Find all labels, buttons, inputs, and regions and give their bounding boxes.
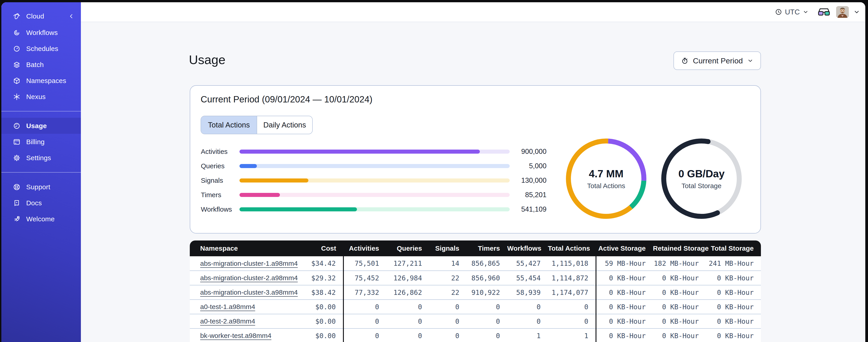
bar-track bbox=[240, 193, 510, 197]
bar-fill bbox=[240, 164, 257, 168]
bar-label: Workflows bbox=[201, 206, 240, 213]
total-actions-donut: 4.7 MM Total Actions bbox=[565, 138, 647, 219]
sidebar-collapse-chevron-left-icon[interactable] bbox=[67, 12, 75, 20]
table-row: abs-migration-cluster-3.a98mm4$38.4277,3… bbox=[190, 285, 761, 300]
cell: 0 KB-Hour bbox=[706, 271, 761, 285]
bar-row-signals: Signals130,000 bbox=[201, 173, 547, 188]
actions-bar-chart: Activities900,000Queries5,000Signals130,… bbox=[201, 144, 547, 216]
sidebar-item-label: Billing bbox=[26, 138, 44, 146]
cell: 126,862 bbox=[386, 285, 429, 300]
namespace-link[interactable]: abs-migration-cluster-1.a98mm4 bbox=[200, 260, 298, 267]
actions-tabs: Total ActionsDaily Actions bbox=[200, 116, 313, 134]
cell: 75,501 bbox=[343, 256, 386, 271]
namespace-link[interactable]: abs-migration-cluster-2.a98mm4 bbox=[200, 274, 298, 281]
account-chevron-down-icon[interactable] bbox=[853, 8, 860, 15]
bar-value: 541,109 bbox=[510, 205, 547, 213]
column-header-total-actions: Total Actions bbox=[548, 240, 596, 256]
docs-icon bbox=[13, 199, 21, 207]
cell: 0 KB-Hour bbox=[653, 285, 706, 300]
sidebar-item-workflows[interactable]: Workflows bbox=[1, 25, 81, 41]
cell: 0 KB-Hour bbox=[596, 329, 653, 342]
bar-row-activities: Activities900,000 bbox=[201, 144, 547, 159]
period-selector-button[interactable]: Current Period bbox=[674, 52, 761, 70]
sidebar-item-nexus[interactable]: Nexus bbox=[1, 89, 81, 105]
sidebar-item-settings[interactable]: Settings bbox=[1, 150, 81, 166]
cell: 0 KB-Hour bbox=[653, 329, 706, 342]
cell: 1,174,077 bbox=[548, 285, 596, 300]
cell: 0 bbox=[467, 314, 507, 329]
screen: Cloud WorkflowsSchedulesBatchNamespacesN… bbox=[0, 0, 868, 342]
sidebar-item-label: Nexus bbox=[26, 93, 45, 101]
cell: 856,960 bbox=[467, 271, 507, 285]
namespace-cell: abs-migration-cluster-1.a98mm4 bbox=[190, 256, 307, 271]
sidebar-item-welcome[interactable]: Welcome bbox=[1, 211, 81, 227]
support-icon bbox=[13, 183, 21, 191]
bar-row-workflows: Workflows541,109 bbox=[201, 202, 547, 216]
sidebar-header[interactable]: Cloud bbox=[1, 8, 81, 24]
sidebar-app-label: Cloud bbox=[26, 12, 44, 20]
sidebar-item-schedules[interactable]: Schedules bbox=[1, 41, 81, 57]
bar-fill bbox=[240, 207, 357, 211]
namespace-link[interactable]: a0-test-1.a98mm4 bbox=[200, 303, 255, 310]
total-actions-label: Total Actions bbox=[587, 182, 625, 190]
cell: 0 KB-Hour bbox=[706, 329, 761, 342]
namespace-cell: a0-test-1.a98mm4 bbox=[190, 300, 307, 314]
cell: 0 KB-Hour bbox=[653, 271, 706, 285]
namespaces-icon bbox=[13, 77, 21, 85]
cell: 0 bbox=[507, 314, 548, 329]
namespace-link[interactable]: abs-migration-cluster-3.a98mm4 bbox=[200, 288, 298, 296]
bar-track bbox=[240, 149, 510, 153]
cell: 0 bbox=[507, 300, 548, 314]
timezone-selector[interactable]: UTC bbox=[775, 8, 809, 16]
sidebar-item-namespaces[interactable]: Namespaces bbox=[1, 73, 81, 89]
cell: 58,939 bbox=[507, 285, 548, 300]
sidebar: Cloud WorkflowsSchedulesBatchNamespacesN… bbox=[1, 2, 81, 342]
table-row: a0-test-1.a98mm4$0.000000000 KB-Hour0 KB… bbox=[190, 300, 761, 314]
sidebar-item-billing[interactable]: Billing bbox=[1, 134, 81, 150]
temporal-cloud-logo-icon bbox=[13, 12, 21, 20]
sidebar-item-label: Support bbox=[26, 183, 50, 191]
cell: $34.42 bbox=[307, 256, 343, 271]
sidebar-item-usage[interactable]: Usage bbox=[1, 118, 81, 134]
table-row: bk-worker-test.a98mm4$0.000000110 KB-Hou… bbox=[190, 329, 761, 342]
bar-value: 130,000 bbox=[510, 176, 547, 184]
total-storage-donut-center: 0 GB/Day Total Storage bbox=[661, 138, 742, 219]
bar-value: 85,201 bbox=[510, 191, 547, 199]
cell: 0 KB-Hour bbox=[706, 300, 761, 314]
bar-track bbox=[240, 178, 510, 182]
column-header-queries: Queries bbox=[386, 240, 429, 256]
nexus-icon bbox=[13, 93, 21, 101]
table-header: NamespaceCostActivitiesQueriesSignalsTim… bbox=[190, 240, 761, 256]
cell: 856,865 bbox=[467, 256, 507, 271]
tab-daily-actions[interactable]: Daily Actions bbox=[257, 116, 312, 134]
cell: 0 bbox=[343, 329, 386, 342]
cell: 22 bbox=[429, 271, 467, 285]
bar-row-timers: Timers85,201 bbox=[201, 188, 547, 202]
sidebar-item-batch[interactable]: Batch bbox=[1, 57, 81, 73]
sidebar-item-label: Usage bbox=[26, 122, 47, 130]
cell: 0 KB-Hour bbox=[653, 300, 706, 314]
sidebar-item-docs[interactable]: Docs bbox=[1, 195, 81, 211]
column-header-namespace: Namespace bbox=[190, 240, 307, 256]
namespace-link[interactable]: bk-worker-test.a98mm4 bbox=[200, 332, 271, 339]
app-window: Cloud WorkflowsSchedulesBatchNamespacesN… bbox=[1, 2, 865, 342]
namespace-link[interactable]: a0-test-2.a98mm4 bbox=[200, 317, 255, 325]
column-header-active-storage: Active Storage bbox=[596, 240, 653, 256]
namespace-cell: a0-test-2.a98mm4 bbox=[190, 314, 307, 329]
namespace-cell: abs-migration-cluster-2.a98mm4 bbox=[190, 271, 307, 285]
cell: $29.32 bbox=[307, 271, 343, 285]
sidebar-item-label: Namespaces bbox=[26, 77, 66, 84]
bar-label: Queries bbox=[201, 162, 240, 170]
bar-fill bbox=[240, 193, 280, 197]
period-chevron-down-icon bbox=[747, 57, 754, 64]
cell: 0 bbox=[386, 300, 429, 314]
tab-total-actions[interactable]: Total Actions bbox=[201, 116, 257, 134]
bar-label: Signals bbox=[201, 177, 240, 184]
user-avatar[interactable] bbox=[836, 6, 849, 18]
total-storage-value: 0 GB/Day bbox=[678, 168, 725, 180]
sidebar-item-support[interactable]: Support bbox=[1, 179, 81, 195]
incognito-glasses-icon[interactable] bbox=[818, 7, 830, 17]
main-content: Usage Current Period Current Period (09/… bbox=[81, 22, 865, 342]
cell: 0 KB-Hour bbox=[653, 314, 706, 329]
card-title: Current Period (09/01/2024 — 10/01/2024) bbox=[200, 94, 373, 104]
